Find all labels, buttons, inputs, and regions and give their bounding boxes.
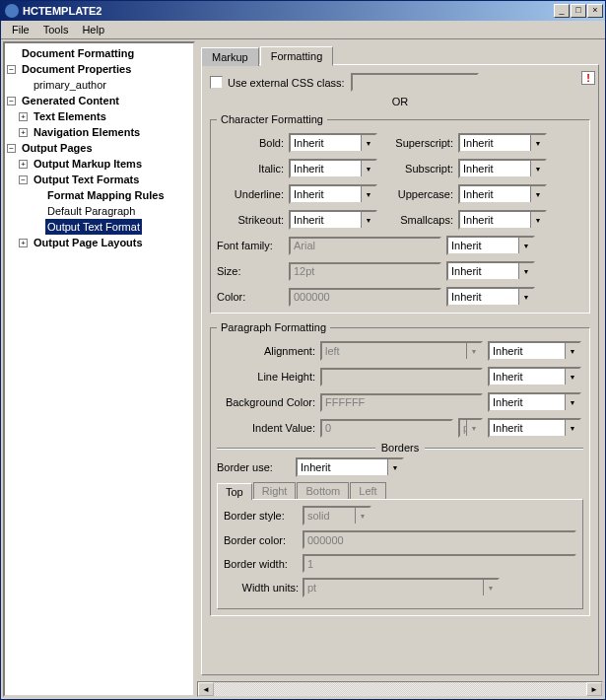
italic-select[interactable]: Inherit▼: [289, 159, 377, 178]
tree-format-mapping-rules[interactable]: Format Mapping Rules: [45, 187, 167, 203]
tree-generated-content[interactable]: Generated Content: [20, 93, 121, 108]
alignment-mode-select[interactable]: Inherit▼: [488, 341, 581, 361]
color-mode-select[interactable]: Inherit▼: [446, 287, 535, 307]
indent-unit-select[interactable]: pt▼: [458, 418, 483, 438]
tree-output-page-layouts[interactable]: Output Page Layouts: [32, 235, 145, 250]
tree-pane[interactable]: Document Formatting −Document Properties…: [3, 41, 195, 697]
border-color-label: Border color:: [224, 534, 299, 546]
subscript-label: Subscript:: [382, 163, 453, 175]
smallcaps-select[interactable]: Inherit▼: [458, 210, 547, 230]
underline-select[interactable]: Inherit▼: [289, 184, 377, 204]
tree-default-paragraph[interactable]: Default Paragraph: [45, 203, 137, 219]
minimize-button[interactable]: _: [554, 4, 570, 18]
font-family-label: Font family:: [217, 240, 284, 251]
border-tab-top[interactable]: Top: [217, 483, 252, 500]
chevron-down-icon: ▼: [565, 420, 579, 436]
tree-text-elements[interactable]: Text Elements: [32, 108, 108, 124]
chevron-down-icon: ▼: [530, 212, 545, 228]
chevron-down-icon: ▼: [355, 508, 370, 524]
external-css-input[interactable]: [351, 73, 479, 92]
border-tab-left[interactable]: Left: [350, 482, 385, 499]
menubar: File Tools Help: [1, 21, 605, 39]
expand-icon[interactable]: +: [19, 112, 28, 121]
chevron-down-icon: ▼: [361, 161, 375, 176]
expand-icon[interactable]: +: [19, 128, 28, 137]
line-height-input[interactable]: [320, 368, 483, 386]
bg-color-input[interactable]: [320, 393, 483, 412]
menu-file[interactable]: File: [5, 22, 36, 37]
paragraph-formatting-group: Paragraph Formatting Alignment: left▼ In…: [210, 321, 590, 616]
chevron-down-icon: ▼: [466, 343, 481, 359]
underline-label: Underline:: [217, 188, 284, 200]
border-tab-bottom[interactable]: Bottom: [297, 482, 349, 499]
character-formatting-group: Character Formatting Bold: Inherit▼ Supe…: [210, 113, 590, 314]
chevron-down-icon: ▼: [361, 212, 375, 228]
chevron-down-icon: ▼: [361, 135, 375, 151]
bold-label: Bold:: [217, 137, 284, 149]
collapse-icon[interactable]: −: [19, 175, 28, 184]
maximize-button[interactable]: □: [571, 4, 586, 18]
font-family-mode-select[interactable]: Inherit▼: [446, 236, 535, 255]
chevron-down-icon: ▼: [483, 580, 498, 595]
border-use-select[interactable]: Inherit▼: [296, 457, 404, 477]
para-fmt-legend: Paragraph Formatting: [217, 321, 330, 333]
line-height-label: Line Height:: [217, 371, 315, 383]
indent-value-label: Indent Value:: [217, 422, 315, 434]
bold-select[interactable]: Inherit▼: [289, 133, 377, 153]
uppercase-select[interactable]: Inherit▼: [458, 184, 547, 204]
strikeout-label: Strikeout:: [217, 214, 284, 226]
alignment-select[interactable]: left▼: [320, 341, 483, 361]
formatting-panel: Use external CSS class: ! OR Character F…: [201, 64, 599, 675]
expand-icon[interactable]: +: [19, 160, 28, 169]
bg-color-mode-select[interactable]: Inherit▼: [488, 392, 581, 412]
scroll-right-icon[interactable]: ►: [586, 682, 602, 696]
tab-formatting[interactable]: Formatting: [260, 46, 334, 66]
border-color-input[interactable]: [303, 530, 576, 549]
tree-output-pages[interactable]: Output Pages: [20, 140, 95, 156]
collapse-icon[interactable]: −: [7, 97, 16, 105]
strikeout-select[interactable]: Inherit▼: [289, 210, 377, 230]
size-input[interactable]: [289, 262, 441, 281]
line-height-mode-select[interactable]: Inherit▼: [488, 367, 581, 386]
collapse-icon[interactable]: −: [7, 144, 16, 153]
superscript-select[interactable]: Inherit▼: [458, 133, 547, 153]
tree-output-markup-items[interactable]: Output Markup Items: [32, 156, 144, 172]
tree-output-text-formats[interactable]: Output Text Formats: [32, 172, 141, 187]
collapse-icon[interactable]: −: [7, 65, 16, 74]
content-pane: Markup Formatting Use external CSS class…: [197, 41, 603, 697]
tree-doc-formatting[interactable]: Document Formatting: [20, 45, 136, 61]
menu-help[interactable]: Help: [75, 22, 111, 37]
scroll-left-icon[interactable]: ◄: [198, 682, 214, 696]
color-input[interactable]: [289, 288, 441, 307]
border-width-label: Border width:: [224, 558, 299, 570]
external-css-checkbox[interactable]: [210, 76, 223, 89]
tree-nav-elements[interactable]: Navigation Elements: [32, 124, 142, 140]
alert-icon[interactable]: !: [581, 71, 595, 85]
menu-tools[interactable]: Tools: [36, 22, 76, 37]
external-css-label: Use external CSS class:: [228, 77, 345, 89]
border-detail-box: Border style: solid▼ Border color: Borde…: [217, 499, 583, 609]
tab-markup[interactable]: Markup: [201, 47, 259, 66]
indent-mode-select[interactable]: Inherit▼: [488, 418, 581, 438]
chevron-down-icon: ▼: [565, 369, 579, 385]
chevron-down-icon: ▼: [565, 394, 579, 410]
tree-output-text-format[interactable]: Output Text Format: [45, 219, 142, 235]
tree-doc-properties[interactable]: Document Properties: [20, 61, 133, 77]
window-title: HCTEMPLATE2: [23, 5, 554, 17]
font-family-input[interactable]: [289, 237, 441, 255]
expand-icon[interactable]: +: [19, 239, 28, 247]
indent-value-input[interactable]: [320, 419, 453, 438]
border-style-select[interactable]: solid▼: [303, 506, 371, 525]
border-use-label: Border use:: [217, 461, 292, 473]
close-button[interactable]: ×: [587, 4, 603, 18]
width-units-select[interactable]: pt▼: [303, 578, 500, 597]
horizontal-scrollbar[interactable]: ◄ ►: [197, 681, 603, 697]
uppercase-label: Uppercase:: [382, 188, 453, 200]
subscript-select[interactable]: Inherit▼: [458, 159, 547, 178]
border-tab-right[interactable]: Right: [253, 482, 297, 499]
size-mode-select[interactable]: Inherit▼: [446, 261, 535, 281]
chevron-down-icon: ▼: [518, 289, 533, 305]
border-width-input[interactable]: [303, 554, 576, 573]
tree-primary-author[interactable]: primary_author: [32, 77, 108, 93]
app-window: HCTEMPLATE2 _ □ × File Tools Help Docume…: [0, 0, 606, 700]
